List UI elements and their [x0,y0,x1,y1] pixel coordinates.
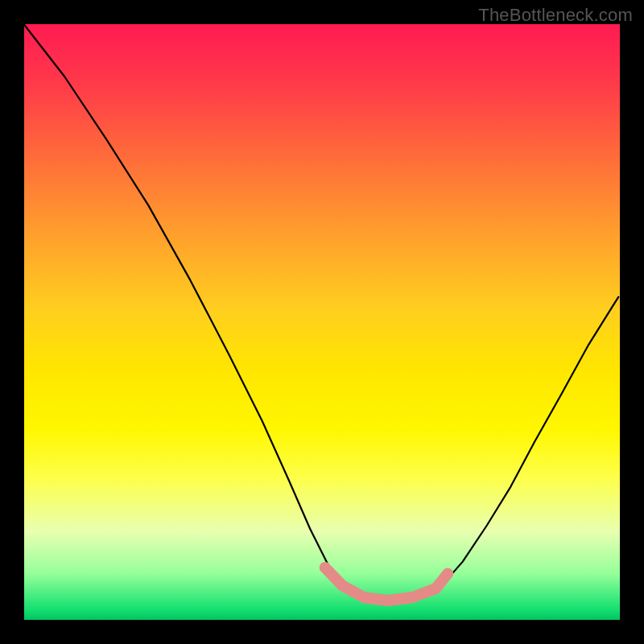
right-ascent-curve [442,297,619,586]
plot-area [23,23,621,621]
left-descent-curve [23,23,342,585]
curve-layer [23,23,621,621]
tolerance-band [325,568,448,601]
chart-frame: TheBottleneck.com [0,0,644,644]
